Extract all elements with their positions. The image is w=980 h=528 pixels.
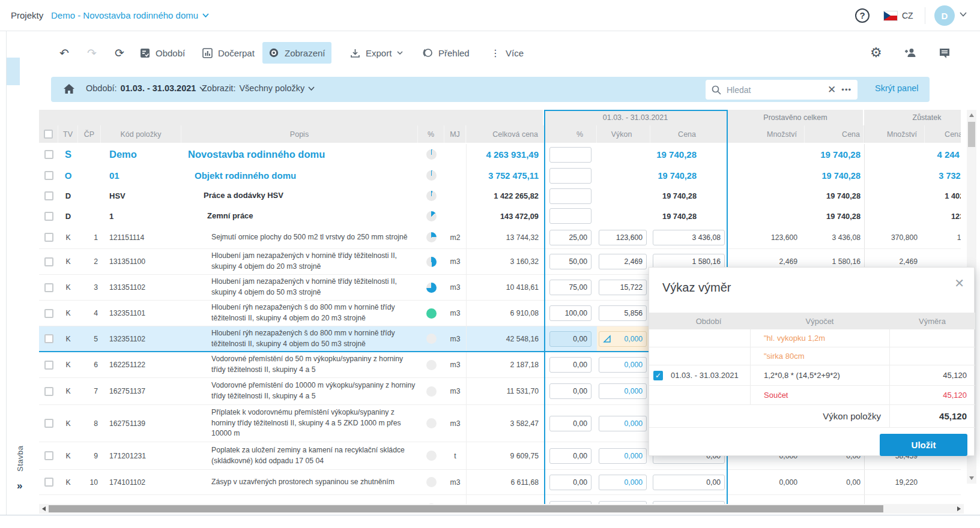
- col-built-cena[interactable]: Cena: [805, 125, 864, 143]
- show-filter[interactable]: Zobrazit: Všechny položky: [202, 83, 315, 93]
- col-remaining-cena[interactable]: Cena: [925, 125, 961, 143]
- period-vykon-input[interactable]: 0,000: [599, 331, 647, 347]
- search-more-icon[interactable]: •••: [841, 85, 851, 94]
- projects-menu[interactable]: Projekty: [11, 10, 43, 20]
- period-vykon-input[interactable]: 5,856: [599, 305, 647, 321]
- hide-panel-link[interactable]: Skrýt panel: [875, 83, 919, 93]
- zobrazeni-button[interactable]: Zobrazení: [262, 42, 331, 64]
- dialog-row[interactable]: "hl. vykopku 1,2m: [649, 329, 975, 347]
- col-period-vykon[interactable]: Výkon: [597, 125, 650, 143]
- row-checkbox[interactable]: [44, 478, 53, 487]
- row-checkbox[interactable]: [44, 334, 53, 343]
- row-checkbox[interactable]: [44, 212, 53, 221]
- budget-row[interactable]: O01Objekt rodinného domu3 752 475,1119 7…: [39, 165, 961, 186]
- period-percent-input[interactable]: [549, 188, 591, 204]
- row-checkbox[interactable]: [44, 451, 53, 460]
- period-percent-input[interactable]: 0,00: [549, 383, 591, 399]
- home-icon[interactable]: [63, 83, 75, 94]
- settings-button[interactable]: ⚙: [870, 42, 882, 64]
- dialog-row[interactable]: Součet45,120: [649, 386, 975, 405]
- period-filter[interactable]: Období: 01.03. - 31.03.2021: [86, 83, 206, 93]
- language-label[interactable]: CZ: [902, 11, 913, 20]
- period-percent-input[interactable]: [549, 208, 591, 224]
- vice-button[interactable]: ⋮ Více: [485, 42, 530, 64]
- docerpat-button[interactable]: Dočerpat: [196, 42, 261, 64]
- col-tv[interactable]: TV: [58, 125, 78, 143]
- row-checkbox[interactable]: [44, 419, 53, 428]
- project-selector[interactable]: Demo - Novostavba rodinného domu: [51, 10, 209, 20]
- dialog-row-checkbox[interactable]: ✓: [653, 371, 663, 380]
- comments-button[interactable]: [939, 42, 951, 64]
- horizontal-scrollbar-thumb[interactable]: [49, 505, 883, 512]
- period-vykon-input[interactable]: 0,000: [599, 383, 647, 399]
- period-percent-input[interactable]: 0,00: [549, 331, 591, 347]
- col-built-mnozstvi[interactable]: Množství: [728, 125, 805, 143]
- row-checkbox[interactable]: [44, 150, 53, 159]
- clear-search-icon[interactable]: ✕: [827, 83, 836, 96]
- period-percent-input[interactable]: 0,00: [549, 448, 591, 464]
- period-percent-input[interactable]: 0,00: [549, 475, 591, 490]
- undo-button[interactable]: ↶: [53, 42, 75, 64]
- period-button[interactable]: Období: [134, 42, 191, 64]
- row-checkbox[interactable]: [44, 361, 53, 370]
- period-vykon-input[interactable]: 0,000: [599, 357, 647, 373]
- scroll-down-icon[interactable]: [969, 476, 974, 480]
- help-icon[interactable]: ?: [855, 8, 870, 23]
- period-vykon-input[interactable]: 0,000: [599, 475, 647, 490]
- horizontal-scrollbar[interactable]: [39, 504, 964, 514]
- period-percent-input[interactable]: [549, 147, 591, 163]
- row-checkbox[interactable]: [44, 191, 53, 200]
- add-user-button[interactable]: [904, 42, 917, 64]
- redo-button[interactable]: ↷: [81, 42, 103, 64]
- row-checkbox[interactable]: [44, 233, 53, 242]
- dialog-close-icon[interactable]: ✕: [954, 277, 964, 289]
- budget-row[interactable]: KRozprostření ornice tl vrstvy do 250 mm…: [39, 495, 961, 504]
- left-tab-indicator[interactable]: [7, 58, 20, 85]
- row-checkbox[interactable]: [44, 387, 53, 396]
- col-cp[interactable]: ČP: [78, 125, 101, 143]
- row-checkbox[interactable]: [44, 257, 53, 266]
- col-popis[interactable]: Popis: [181, 125, 418, 143]
- col-remaining-mnozstvi[interactable]: Množství: [864, 125, 925, 143]
- avatar[interactable]: D: [934, 5, 955, 26]
- col-celkova[interactable]: Celková cena: [466, 125, 544, 143]
- period-vykon-input[interactable]: 0,000: [599, 448, 647, 464]
- budget-row[interactable]: K1121151114Sejmutí ornice plochy do 500 …: [39, 226, 961, 249]
- sidebar-tab-stavba[interactable]: Stavba: [16, 416, 25, 472]
- row-checkbox[interactable]: [44, 171, 53, 180]
- refresh-button[interactable]: ⟳: [109, 42, 130, 64]
- period-vykon-input[interactable]: 123,600: [599, 230, 647, 245]
- period-percent-input[interactable]: [549, 168, 591, 184]
- col-pct[interactable]: %: [418, 125, 444, 143]
- budget-row[interactable]: DHSVPráce a dodávky HSV1 422 265,8219 74…: [39, 186, 961, 206]
- budget-row[interactable]: SDemoNovostavba rodinného domu4 263 931,…: [39, 144, 961, 165]
- period-percent-input[interactable]: 50,00: [549, 254, 591, 269]
- period-cena-input[interactable]: 0,00: [653, 475, 725, 490]
- select-all-checkbox[interactable]: [39, 125, 58, 143]
- search-input[interactable]: Hledat ✕ •••: [706, 80, 858, 100]
- budget-row[interactable]: D1Zemní práce143 472,0919 740,2819 740,2…: [39, 206, 961, 226]
- period-percent-input[interactable]: 0,00: [549, 416, 591, 431]
- expand-panel-button[interactable]: »: [17, 480, 22, 492]
- scroll-right-icon[interactable]: [957, 506, 961, 511]
- period-vykon-input[interactable]: 15,722: [599, 280, 647, 295]
- budget-row[interactable]: K10174101102Zásyp v uzavřených prostorec…: [39, 470, 961, 495]
- period-vykon-input[interactable]: 0,000: [599, 416, 647, 431]
- dialog-row[interactable]: "sirka 80cm: [649, 347, 975, 365]
- period-vykon-input[interactable]: 2,469: [599, 254, 647, 269]
- col-period-cena[interactable]: Cena: [650, 125, 728, 143]
- scroll-left-icon[interactable]: [42, 506, 46, 511]
- period-percent-input[interactable]: 0,00: [549, 357, 591, 373]
- period-percent-input[interactable]: 100,00: [549, 305, 591, 321]
- period-percent-input[interactable]: 75,00: [549, 280, 591, 295]
- col-mj[interactable]: MJ: [444, 125, 466, 143]
- vertical-scrollbar-thumb[interactable]: [968, 122, 975, 147]
- col-period-pct[interactable]: %: [544, 125, 597, 143]
- scroll-up-icon[interactable]: [969, 113, 974, 117]
- prehled-button[interactable]: Přehled: [416, 42, 476, 64]
- row-checkbox[interactable]: [44, 309, 53, 318]
- col-kod[interactable]: Kód položky: [101, 125, 181, 143]
- account-chevron-down-icon[interactable]: [960, 12, 967, 17]
- period-cena-input[interactable]: 3 436,08: [653, 230, 725, 245]
- save-button[interactable]: Uložit: [880, 434, 967, 456]
